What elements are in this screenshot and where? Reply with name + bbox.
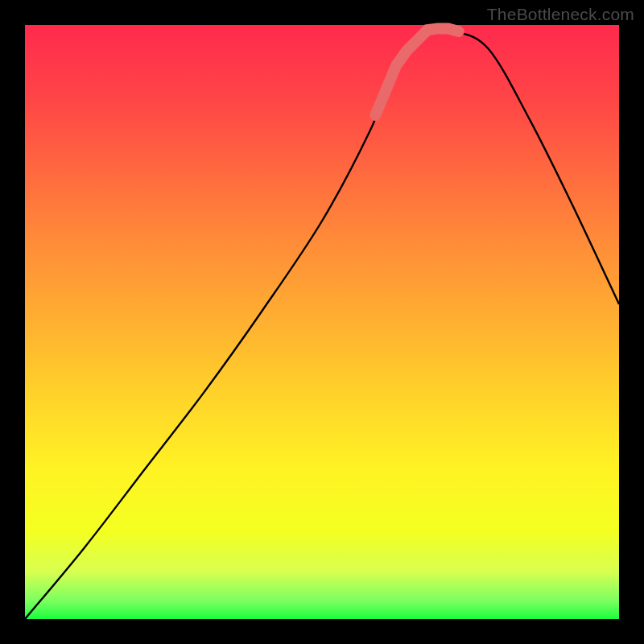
watermark-text: TheBottleneck.com [487,5,634,24]
plot-area [25,25,619,619]
bottleneck-curve [25,28,619,619]
chart-frame: TheBottleneck.com [0,0,644,644]
optimal-region-marker [375,28,458,115]
curve-layer [25,25,619,619]
